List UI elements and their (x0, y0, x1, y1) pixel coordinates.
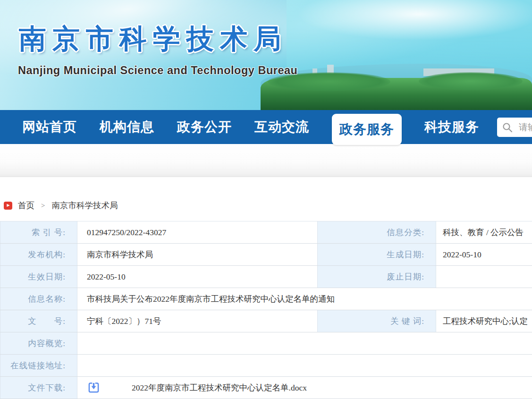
download-file-link[interactable]: 2022年度南京市工程技术研究中心认定名单.docx (132, 382, 307, 393)
nav-item-tech-services[interactable]: 科技服务 (424, 118, 479, 136)
main-nav: 网站首页 机构信息 政务公开 互动交流 政务服务 科技服务 (0, 110, 532, 144)
info-category-value: 科技、教育 / 公示公告 (436, 221, 532, 244)
nav-item-gov-services-active[interactable]: 政务服务 (332, 114, 402, 145)
content-overview-label: 内容概览: (0, 332, 77, 355)
document-info-table: 索 引 号: 012947250/2022-43027 信息分类: 科技、教育 … (0, 221, 532, 399)
breadcrumb-separator: > (41, 202, 45, 210)
doc-number-label: 文 号: (0, 310, 77, 332)
breadcrumb-current: 南京市科学技术局 (51, 200, 118, 211)
doc-number-value: 宁科〔2022〕）71号 (77, 310, 318, 332)
file-download-label: 文件下载: (0, 377, 77, 399)
repeal-date-label: 废止日期: (318, 266, 436, 288)
search-input[interactable] (519, 122, 532, 133)
repeal-date-value (436, 266, 532, 288)
banner-trees (419, 72, 523, 90)
subnav-strip (0, 144, 532, 177)
search-icon (502, 122, 513, 133)
table-row: 内容概览: (0, 332, 532, 355)
nav-item-organization[interactable]: 机构信息 (100, 118, 154, 136)
keywords-label: 关 键 词: (318, 310, 436, 332)
banner-cloud (287, 0, 532, 42)
info-category-label: 信息分类: (318, 221, 436, 244)
online-link-value (77, 355, 532, 377)
table-row: 文 号: 宁科〔2022〕）71号 关 键 词: 工程技术研究中心;认定 (0, 310, 532, 332)
table-row: 生效日期: 2022-05-10 废止日期: (0, 266, 532, 288)
site-title-chinese: 南京市科学技术局 (19, 21, 287, 58)
keywords-value: 工程技术研究中心;认定 (436, 310, 532, 332)
breadcrumb-home-icon: ▶ (4, 202, 12, 210)
effective-date-label: 生效日期: (0, 266, 77, 288)
header-banner: 南京市科学技术局 Nanjing Municipal Science and T… (0, 0, 532, 110)
content-overview-value (77, 332, 532, 355)
site-title-english: Nanjing Municipal Science and Technology… (18, 64, 297, 77)
info-name-value: 市科技局关于公布2022年度南京市工程技术研究中心认定名单的通知 (77, 288, 532, 310)
table-row: 发布机构: 南京市科学技术局 生成日期: 2022-05-10 (0, 244, 532, 266)
breadcrumb-home-link[interactable]: 首页 (18, 200, 34, 211)
effective-date-value: 2022-05-10 (77, 266, 318, 288)
nav-item-home[interactable]: 网站首页 (22, 118, 77, 136)
created-date-label: 生成日期: (318, 244, 436, 266)
breadcrumb: ▶ 首页 > 南京市科学技术局 (0, 177, 532, 211)
nav-item-gov-disclosure[interactable]: 政务公开 (177, 118, 232, 136)
publisher-label: 发布机构: (0, 244, 77, 266)
index-number-label: 索 引 号: (0, 221, 77, 244)
index-number-value: 012947250/2022-43027 (77, 221, 318, 244)
created-date-value: 2022-05-10 (436, 244, 532, 266)
table-row: 在线链接地址: (0, 355, 532, 377)
nav-item-interaction[interactable]: 互动交流 (254, 118, 309, 136)
online-link-label: 在线链接地址: (0, 355, 77, 377)
search-box[interactable] (497, 118, 532, 137)
table-row: 信息名称: 市科技局关于公布2022年度南京市工程技术研究中心认定名单的通知 (0, 288, 532, 310)
table-row: 索 引 号: 012947250/2022-43027 信息分类: 科技、教育 … (0, 221, 532, 244)
publisher-value: 南京市科学技术局 (77, 244, 318, 266)
table-row: 文件下载: 2022年度南京市工程技术研究中心认定名单.docx (0, 377, 532, 399)
download-icon[interactable] (88, 382, 100, 394)
info-name-label: 信息名称: (0, 288, 77, 310)
